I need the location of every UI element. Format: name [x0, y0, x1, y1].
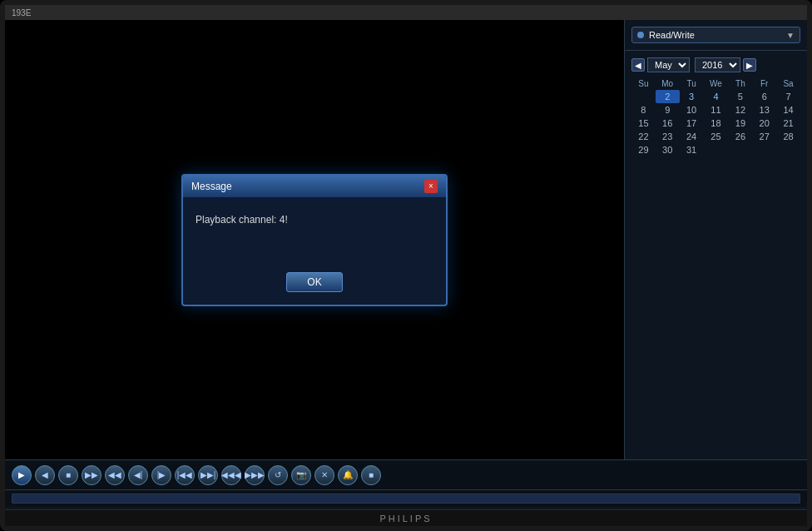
timeline-bar[interactable] — [5, 490, 807, 507]
calendar-day-cell[interactable]: 7 — [776, 90, 800, 103]
calendar-day-header: Th — [728, 77, 752, 90]
monitor-model: 193E — [12, 8, 31, 17]
dialog-title-bar: Message × — [183, 176, 446, 197]
calendar-day-cell[interactable]: 27 — [752, 130, 776, 143]
timeline-ruler[interactable] — [12, 494, 800, 504]
calendar-next-btn[interactable]: ▶ — [743, 58, 756, 72]
dialog-overlay: Message × Playback channel: 4! OK — [5, 20, 624, 459]
dialog-message: Playback channel: 4! — [196, 214, 288, 226]
calendar-prev-btn[interactable]: ◀ — [631, 58, 645, 72]
calendar-day-cell[interactable]: 5 — [728, 90, 752, 103]
read-write-label: Read/Write — [649, 30, 786, 40]
calendar-day-cell[interactable]: 3 — [680, 90, 704, 103]
dialog-ok-button[interactable]: OK — [286, 272, 342, 292]
calendar-nav: ◀ May 2016 ▶ — [631, 57, 800, 72]
calendar-day-cell — [728, 143, 752, 156]
repeat-button[interactable]: ↺ — [268, 465, 288, 485]
calendar-day-cell[interactable]: 28 — [776, 130, 800, 143]
snapshot-button[interactable]: 📷 — [291, 465, 311, 485]
calendar-day-cell[interactable]: 6 — [752, 90, 776, 103]
alarm-button[interactable]: 🔔 — [338, 465, 358, 485]
calendar-day-cell[interactable]: 10 — [680, 103, 704, 117]
calendar-day-cell[interactable]: 29 — [631, 143, 656, 156]
calendar: ◀ May 2016 ▶ SuMoTuWeThFrSa 234567891011… — [625, 51, 807, 472]
play-button[interactable]: ▶ — [12, 465, 32, 485]
brand-label: PHILIPS — [379, 514, 432, 524]
step-back-button[interactable]: |◀◀ — [175, 465, 195, 485]
fast-forward-button[interactable]: ▶▶ — [82, 465, 102, 485]
calendar-day-header: We — [703, 77, 728, 90]
calendar-day-header: Sa — [776, 77, 800, 90]
calendar-day-header: Mo — [656, 77, 680, 90]
read-write-selector[interactable]: Read/Write ▼ — [631, 27, 800, 43]
calendar-day-cell[interactable]: 21 — [776, 117, 800, 130]
rewind-button[interactable]: ◀ — [35, 465, 55, 485]
calendar-grid: SuMoTuWeThFrSa 2345678910111213141516171… — [631, 77, 800, 156]
dialog-footer: OK — [183, 264, 446, 305]
calendar-day-cell[interactable]: 8 — [631, 103, 656, 117]
calendar-day-cell[interactable]: 14 — [776, 103, 800, 117]
right-panel: Read/Write ▼ ◀ May 2016 ▶ S — [624, 20, 807, 526]
prev-frame-button[interactable]: ◀| — [128, 465, 148, 485]
calendar-day-cell — [703, 143, 728, 156]
read-write-arrow-icon: ▼ — [786, 31, 795, 40]
fast-rewind-button[interactable]: ◀◀ — [105, 465, 125, 485]
calendar-day-cell[interactable]: 13 — [752, 103, 776, 117]
calendar-month-select[interactable]: May — [647, 57, 690, 72]
calendar-day-cell[interactable]: 30 — [656, 143, 680, 156]
dialog-close-button[interactable]: × — [424, 180, 438, 193]
calendar-day-cell[interactable]: 2 — [656, 90, 680, 103]
calendar-day-header: Su — [631, 77, 656, 90]
calendar-day-cell[interactable]: 19 — [728, 117, 752, 130]
calendar-day-cell — [776, 143, 800, 156]
screen: Read/Write ▼ ◀ May 2016 ▶ S — [5, 20, 807, 526]
calendar-day-cell[interactable]: 18 — [703, 117, 728, 130]
calendar-year-select[interactable]: 2016 — [695, 57, 740, 72]
rec-stop-button[interactable]: ■ — [361, 465, 381, 485]
right-panel-top: Read/Write ▼ — [625, 20, 807, 51]
calendar-day-cell[interactable]: 31 — [680, 143, 704, 156]
message-dialog: Message × Playback channel: 4! OK — [181, 174, 448, 306]
dialog-body: Playback channel: 4! — [183, 197, 446, 264]
calendar-day-cell[interactable]: 25 — [703, 130, 728, 143]
calendar-day-cell[interactable]: 11 — [703, 103, 728, 117]
dialog-title: Message — [191, 181, 232, 192]
calendar-day-cell[interactable]: 17 — [680, 117, 704, 130]
calendar-day-header: Tu — [680, 77, 704, 90]
calendar-day-cell[interactable]: 24 — [680, 130, 704, 143]
calendar-day-cell[interactable]: 26 — [728, 130, 752, 143]
calendar-day-cell[interactable]: 9 — [656, 103, 680, 117]
calendar-day-cell[interactable]: 23 — [656, 130, 680, 143]
next-frame-button[interactable]: |▶ — [151, 465, 171, 485]
calendar-day-cell[interactable]: 12 — [728, 103, 752, 117]
close-button[interactable]: ✕ — [314, 465, 334, 485]
calendar-day-cell[interactable]: 16 — [656, 117, 680, 130]
slow-back-button[interactable]: ◀◀◀ — [221, 465, 241, 485]
calendar-day-cell[interactable]: 22 — [631, 130, 656, 143]
calendar-day-cell — [752, 143, 776, 156]
stop-button[interactable]: ■ — [58, 465, 78, 485]
step-fwd-button[interactable]: ▶▶| — [198, 465, 218, 485]
monitor: 193E Read/Write ▼ ◀ May — [0, 0, 812, 531]
calendar-day-cell — [631, 90, 656, 103]
calendar-day-header: Fr — [752, 77, 776, 90]
calendar-day-cell[interactable]: 4 — [703, 90, 728, 103]
slow-fwd-button[interactable]: ▶▶▶ — [245, 465, 265, 485]
read-write-indicator — [637, 32, 644, 38]
brand-bar: PHILIPS — [5, 509, 807, 526]
monitor-title-bar: 193E — [5, 5, 807, 20]
transport-bar: ▶ ◀ ■ ▶▶ ◀◀ ◀| |▶ |◀◀ ▶▶| ◀◀◀ ▶▶▶ ↺ 📷 ✕ … — [5, 460, 807, 490]
calendar-day-cell[interactable]: 20 — [752, 117, 776, 130]
calendar-day-cell[interactable]: 15 — [631, 117, 656, 130]
